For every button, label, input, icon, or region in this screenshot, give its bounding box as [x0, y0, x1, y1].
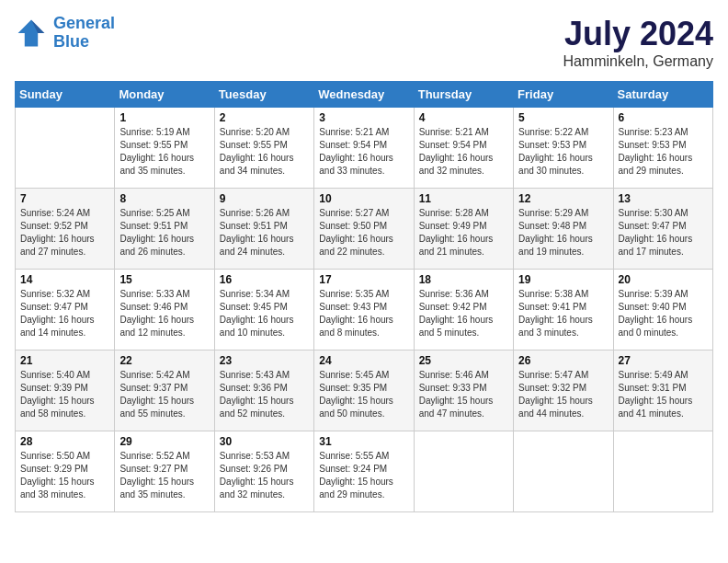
day-info: Sunrise: 5:42 AM Sunset: 9:37 PM Dayligh… [119, 369, 209, 420]
calendar-cell: 10Sunrise: 5:27 AM Sunset: 9:50 PM Dayli… [314, 189, 414, 270]
calendar-cell: 4Sunrise: 5:21 AM Sunset: 9:54 PM Daylig… [414, 108, 513, 189]
day-number: 5 [518, 111, 608, 124]
day-number: 25 [419, 354, 508, 367]
calendar-cell: 9Sunrise: 5:26 AM Sunset: 9:51 PM Daylig… [214, 189, 313, 270]
location-subtitle: Hamminkeln, Germany [563, 53, 713, 70]
calendar-cell: 20Sunrise: 5:39 AM Sunset: 9:40 PM Dayli… [613, 270, 712, 350]
day-info: Sunrise: 5:36 AM Sunset: 9:42 PM Dayligh… [419, 288, 508, 339]
day-info: Sunrise: 5:20 AM Sunset: 9:55 PM Dayligh… [220, 126, 309, 178]
day-info: Sunrise: 5:32 AM Sunset: 9:47 PM Dayligh… [20, 288, 109, 339]
calendar-cell: 31Sunrise: 5:55 AM Sunset: 9:24 PM Dayli… [314, 431, 414, 512]
day-number: 20 [619, 273, 708, 286]
day-number: 15 [119, 273, 209, 286]
day-number: 29 [119, 435, 209, 448]
day-info: Sunrise: 5:38 AM Sunset: 9:41 PM Dayligh… [518, 288, 608, 339]
day-number: 30 [220, 435, 309, 448]
day-number: 27 [619, 354, 708, 367]
day-info: Sunrise: 5:21 AM Sunset: 9:54 PM Dayligh… [419, 126, 508, 178]
day-info: Sunrise: 5:35 AM Sunset: 9:43 PM Dayligh… [319, 288, 408, 339]
day-info: Sunrise: 5:29 AM Sunset: 9:48 PM Dayligh… [518, 207, 608, 259]
calendar-cell: 28Sunrise: 5:50 AM Sunset: 9:29 PM Dayli… [16, 431, 115, 512]
day-number: 7 [20, 192, 109, 205]
day-info: Sunrise: 5:49 AM Sunset: 9:31 PM Dayligh… [619, 369, 708, 420]
day-info: Sunrise: 5:55 AM Sunset: 9:24 PM Dayligh… [319, 450, 408, 501]
calendar-body: 1Sunrise: 5:19 AM Sunset: 9:55 PM Daylig… [16, 108, 713, 512]
day-number: 1 [119, 111, 209, 124]
column-header-friday: Friday [514, 82, 613, 108]
column-header-wednesday: Wednesday [314, 82, 414, 108]
day-info: Sunrise: 5:40 AM Sunset: 9:39 PM Dayligh… [20, 369, 109, 420]
day-number: 10 [319, 192, 408, 205]
day-number: 4 [419, 111, 508, 124]
day-number: 22 [119, 354, 209, 367]
day-info: Sunrise: 5:22 AM Sunset: 9:53 PM Dayligh… [518, 126, 608, 178]
day-info: Sunrise: 5:19 AM Sunset: 9:55 PM Dayligh… [119, 126, 209, 178]
day-info: Sunrise: 5:45 AM Sunset: 9:35 PM Dayligh… [319, 369, 408, 420]
column-header-thursday: Thursday [414, 82, 513, 108]
calendar-cell: 7Sunrise: 5:24 AM Sunset: 9:52 PM Daylig… [16, 189, 115, 270]
week-row-2: 7Sunrise: 5:24 AM Sunset: 9:52 PM Daylig… [16, 189, 713, 270]
day-number: 23 [220, 354, 309, 367]
day-info: Sunrise: 5:46 AM Sunset: 9:33 PM Dayligh… [419, 369, 508, 420]
calendar-cell: 2Sunrise: 5:20 AM Sunset: 9:55 PM Daylig… [214, 108, 313, 189]
calendar-cell: 30Sunrise: 5:53 AM Sunset: 9:26 PM Dayli… [214, 431, 313, 512]
day-number: 9 [220, 192, 309, 205]
day-number: 13 [619, 192, 708, 205]
day-info: Sunrise: 5:50 AM Sunset: 9:29 PM Dayligh… [20, 450, 109, 501]
calendar-cell: 26Sunrise: 5:47 AM Sunset: 9:32 PM Dayli… [514, 350, 613, 431]
day-number: 17 [319, 273, 408, 286]
calendar-cell: 18Sunrise: 5:36 AM Sunset: 9:42 PM Dayli… [414, 270, 513, 350]
calendar-cell: 12Sunrise: 5:29 AM Sunset: 9:48 PM Dayli… [514, 189, 613, 270]
week-row-4: 21Sunrise: 5:40 AM Sunset: 9:39 PM Dayli… [16, 350, 713, 431]
week-row-3: 14Sunrise: 5:32 AM Sunset: 9:47 PM Dayli… [16, 270, 713, 350]
day-info: Sunrise: 5:24 AM Sunset: 9:52 PM Dayligh… [20, 207, 109, 259]
column-header-tuesday: Tuesday [214, 82, 313, 108]
day-number: 14 [20, 273, 109, 286]
calendar-cell: 22Sunrise: 5:42 AM Sunset: 9:37 PM Dayli… [115, 350, 214, 431]
calendar-table: SundayMondayTuesdayWednesdayThursdayFrid… [15, 81, 713, 512]
week-row-5: 28Sunrise: 5:50 AM Sunset: 9:29 PM Dayli… [16, 431, 713, 512]
calendar-cell: 6Sunrise: 5:23 AM Sunset: 9:53 PM Daylig… [613, 108, 712, 189]
day-number: 12 [518, 192, 608, 205]
day-number: 11 [419, 192, 508, 205]
column-header-saturday: Saturday [613, 82, 712, 108]
day-number: 6 [619, 111, 708, 124]
calendar-cell: 8Sunrise: 5:25 AM Sunset: 9:51 PM Daylig… [115, 189, 214, 270]
day-info: Sunrise: 5:34 AM Sunset: 9:45 PM Dayligh… [220, 288, 309, 339]
day-number: 31 [319, 435, 408, 448]
day-info: Sunrise: 5:25 AM Sunset: 9:51 PM Dayligh… [119, 207, 209, 259]
day-number: 2 [220, 111, 309, 124]
calendar-cell: 14Sunrise: 5:32 AM Sunset: 9:47 PM Dayli… [16, 270, 115, 350]
logo: General Blue [15, 15, 115, 52]
calendar-cell: 16Sunrise: 5:34 AM Sunset: 9:45 PM Dayli… [214, 270, 313, 350]
calendar-cell: 15Sunrise: 5:33 AM Sunset: 9:46 PM Dayli… [115, 270, 214, 350]
day-number: 21 [20, 354, 109, 367]
calendar-header-row: SundayMondayTuesdayWednesdayThursdayFrid… [16, 82, 713, 108]
day-info: Sunrise: 5:43 AM Sunset: 9:36 PM Dayligh… [220, 369, 309, 420]
day-info: Sunrise: 5:26 AM Sunset: 9:51 PM Dayligh… [220, 207, 309, 259]
day-info: Sunrise: 5:47 AM Sunset: 9:32 PM Dayligh… [518, 369, 608, 420]
day-info: Sunrise: 5:27 AM Sunset: 9:50 PM Dayligh… [319, 207, 408, 259]
calendar-cell: 29Sunrise: 5:52 AM Sunset: 9:27 PM Dayli… [115, 431, 214, 512]
logo-text: General Blue [53, 15, 115, 52]
calendar-cell [514, 431, 613, 512]
day-number: 19 [518, 273, 608, 286]
column-header-monday: Monday [115, 82, 214, 108]
day-info: Sunrise: 5:39 AM Sunset: 9:40 PM Dayligh… [619, 288, 708, 339]
day-number: 3 [319, 111, 408, 124]
calendar-cell [613, 431, 712, 512]
calendar-cell: 1Sunrise: 5:19 AM Sunset: 9:55 PM Daylig… [115, 108, 214, 189]
calendar-cell [16, 108, 115, 189]
calendar-cell: 11Sunrise: 5:28 AM Sunset: 9:49 PM Dayli… [414, 189, 513, 270]
day-number: 8 [119, 192, 209, 205]
calendar-cell [414, 431, 513, 512]
day-info: Sunrise: 5:28 AM Sunset: 9:49 PM Dayligh… [419, 207, 508, 259]
calendar-cell: 13Sunrise: 5:30 AM Sunset: 9:47 PM Dayli… [613, 189, 712, 270]
column-header-sunday: Sunday [16, 82, 115, 108]
calendar-cell: 3Sunrise: 5:21 AM Sunset: 9:54 PM Daylig… [314, 108, 414, 189]
day-info: Sunrise: 5:52 AM Sunset: 9:27 PM Dayligh… [119, 450, 209, 501]
calendar-cell: 17Sunrise: 5:35 AM Sunset: 9:43 PM Dayli… [314, 270, 414, 350]
calendar-cell: 19Sunrise: 5:38 AM Sunset: 9:41 PM Dayli… [514, 270, 613, 350]
calendar-cell: 27Sunrise: 5:49 AM Sunset: 9:31 PM Dayli… [613, 350, 712, 431]
calendar-cell: 23Sunrise: 5:43 AM Sunset: 9:36 PM Dayli… [214, 350, 313, 431]
